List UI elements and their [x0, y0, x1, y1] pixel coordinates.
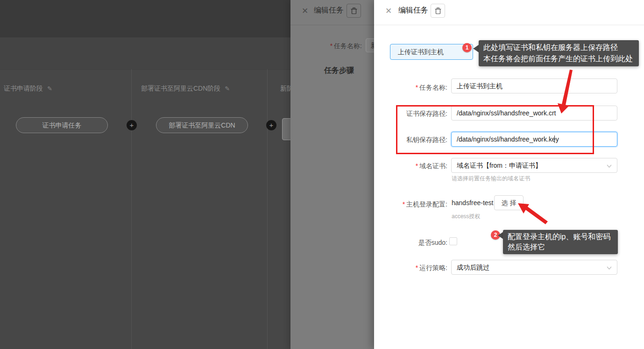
- sudo-checkbox[interactable]: [449, 237, 457, 245]
- edit-pencil-icon[interactable]: ✎: [225, 85, 230, 92]
- label-text: 运行策略:: [419, 264, 447, 271]
- add-task-button[interactable]: +: [127, 120, 137, 130]
- required-mark: *: [416, 84, 418, 91]
- trash-icon: [435, 7, 441, 14]
- required-mark: *: [416, 162, 418, 170]
- task-steps-heading: 任务步骤: [324, 66, 354, 76]
- stage-title-text: 部署证书至阿里云CDN阶段: [141, 85, 220, 92]
- step-badge-1: 1: [462, 43, 472, 52]
- divider: [374, 25, 644, 25]
- tooltip-arrow-left: [473, 45, 479, 52]
- domain-cert-help: 请选择前置任务输出的域名证书: [452, 175, 530, 183]
- required-mark: *: [330, 42, 333, 50]
- divider: [290, 25, 374, 25]
- choose-host-button[interactable]: 选 择: [494, 195, 524, 210]
- tooltip-line: 此处填写证书和私钥在服务器上保存路径: [483, 42, 634, 53]
- delete-task-button[interactable]: [347, 4, 361, 18]
- task-name-label: *任务名称:: [383, 83, 447, 92]
- label-text: 任务名称:: [334, 42, 362, 50]
- tooltip-line: 配置登录主机的ip、账号和密码: [508, 232, 613, 242]
- edit-pencil-icon[interactable]: ✎: [47, 85, 52, 92]
- stage-title-2: 部署证书至阿里云CDN阶段 ✎: [141, 85, 230, 93]
- highlight-rectangle: [396, 105, 594, 154]
- task-pill-deploy-cdn[interactable]: 部署证书至阿里云CDN: [156, 117, 248, 133]
- chevron-down-icon: [607, 164, 612, 168]
- select-value: 成功后跳过: [457, 264, 489, 271]
- tooltip-cert-path: 此处填写证书和私钥在服务器上保存路径 本任务将会把前面任务产生的证书上传到此处: [479, 40, 639, 66]
- drawer-title: 编辑任务: [398, 6, 428, 15]
- label-text: 域名证书:: [419, 162, 447, 170]
- close-icon[interactable]: ✕: [385, 6, 392, 16]
- sudo-label: 是否sudo:: [383, 238, 447, 247]
- stage-title-1: 证书申请阶段 ✎: [4, 85, 52, 93]
- required-mark: *: [416, 264, 418, 271]
- label-text: 任务名称:: [419, 84, 447, 91]
- tooltip-host-login: 配置登录主机的ip、账号和密码 然后选择它: [503, 230, 618, 254]
- step-upload-cert-button[interactable]: 上传证书到主机: [390, 44, 473, 60]
- host-login-value: handsfree-test: [452, 199, 494, 207]
- host-login-label: *主机登录配置:: [383, 199, 447, 209]
- chevron-down-icon: [607, 266, 612, 270]
- tooltip-line: 本任务将会把前面任务产生的证书上传到此处: [483, 53, 634, 64]
- task-pill-cert-request[interactable]: 证书申请任务: [16, 117, 108, 133]
- task-name-input[interactable]: 上传证书到主机: [451, 78, 617, 93]
- page: 证书申请阶段 ✎ 部署证书至阿里云CDN阶段 ✎ 新阶段 证书申请任务 + 部署…: [0, 0, 644, 349]
- required-mark: *: [403, 200, 405, 208]
- select-value: 域名证书【from：申请证书】: [457, 162, 542, 169]
- stage-column-divider: [267, 69, 268, 349]
- domain-cert-label: *域名证书:: [383, 161, 447, 171]
- tooltip-line: 然后选择它: [508, 242, 613, 252]
- edit-task-drawer-behind: ✕ 编辑任务 *任务名称: 新任务 任务步骤: [290, 0, 374, 349]
- close-icon[interactable]: ✕: [302, 6, 308, 16]
- run-policy-select[interactable]: 成功后跳过: [451, 260, 617, 275]
- stage-title-text: 证书申请阶段: [4, 85, 43, 92]
- label-text: 是否sudo:: [418, 239, 447, 246]
- trash-icon: [351, 7, 357, 14]
- stage-column-divider: [131, 69, 132, 349]
- host-login-help: access授权: [452, 213, 480, 221]
- task-name-label: *任务名称:: [295, 42, 362, 50]
- delete-task-button[interactable]: [431, 4, 445, 18]
- run-policy-label: *运行策略:: [383, 263, 447, 272]
- drawer-title: 编辑任务: [314, 6, 344, 15]
- add-task-button[interactable]: +: [266, 120, 276, 130]
- domain-cert-select[interactable]: 域名证书【from：申请证书】: [451, 158, 617, 173]
- label-text: 主机登录配置:: [406, 200, 447, 208]
- task-name-input-behind[interactable]: 新任务: [366, 38, 374, 52]
